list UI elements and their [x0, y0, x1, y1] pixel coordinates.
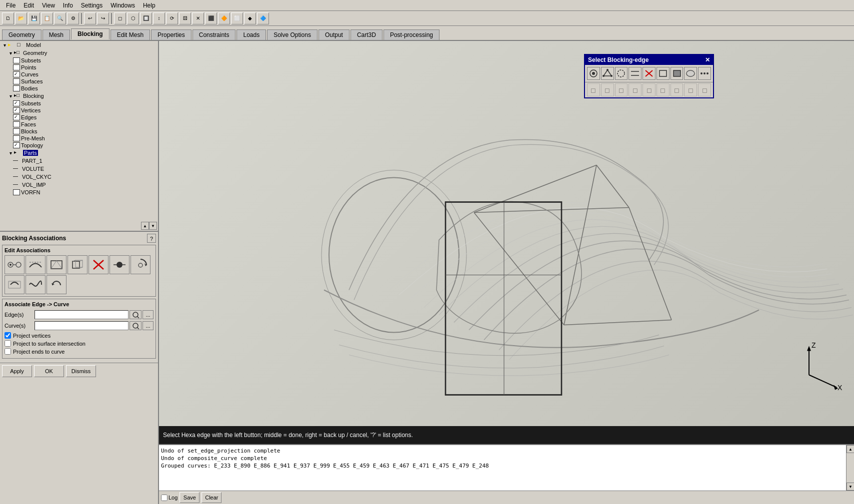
tree-blk-edges[interactable]: Edges	[0, 114, 158, 121]
tree-view[interactable]: ▾ ▸ □ Model ▾ ▸□ Geometry Subsets	[0, 41, 158, 221]
tree-scroll-down[interactable]: ▼	[149, 222, 157, 230]
dialog-btn-polygon[interactable]	[601, 67, 614, 80]
assoc-btn-7[interactable]	[4, 275, 24, 294]
expand-geometry[interactable]: ▾	[7, 50, 14, 56]
assoc-btn-4[interactable]	[88, 255, 108, 274]
tab-solveoptions[interactable]: Solve Options	[267, 29, 318, 40]
tab-blocking[interactable]: Blocking	[71, 28, 110, 40]
dialog-btn-select-all[interactable]	[587, 67, 600, 80]
curve-select-btn[interactable]	[130, 321, 142, 330]
tab-loads[interactable]: Loads	[236, 29, 266, 40]
tab-cart3d[interactable]: Cart3D	[350, 29, 382, 40]
menu-settings[interactable]: Settings	[77, 1, 106, 10]
tree-geometry[interactable]: ▾ ▸□ Geometry	[0, 49, 158, 57]
expand-parts[interactable]: ▾	[7, 150, 14, 156]
assoc-btn-0[interactable]	[4, 255, 24, 274]
toolbar-view11[interactable]: ◆	[244, 12, 256, 24]
cb-geo-bodies[interactable]	[13, 85, 20, 91]
tab-constraints[interactable]: Constraints	[192, 29, 236, 40]
toolbar-new[interactable]: 🗋	[2, 12, 14, 24]
tree-geo-points[interactable]: Points	[0, 64, 158, 71]
ok-button[interactable]: OK	[34, 365, 64, 377]
project-surface-cb[interactable]	[4, 340, 11, 347]
dismiss-button[interactable]: Dismiss	[66, 365, 96, 377]
tree-geo-surfaces[interactable]: Surfaces	[0, 78, 158, 85]
tree-parts[interactable]: ▾ ▸ Parts	[0, 149, 158, 157]
cb-blk-subsets[interactable]	[13, 100, 20, 106]
cb-geo-subsets[interactable]	[13, 57, 20, 63]
cb-blk-edges[interactable]	[13, 114, 20, 120]
console-content[interactable]: Undo of set_edge_projection complete Und…	[159, 445, 846, 491]
log-checkbox[interactable]	[161, 495, 168, 501]
dialog-btn-deselect[interactable]	[642, 67, 656, 80]
toolbar-view10[interactable]: ⬜	[231, 12, 243, 24]
menu-file[interactable]: File	[2, 1, 20, 10]
edge-input[interactable]	[34, 310, 128, 319]
toolbar-view2[interactable]: ⬡	[127, 12, 139, 24]
assoc-btn-5[interactable]	[110, 255, 130, 274]
dialog-close-btn[interactable]: ✕	[705, 56, 710, 63]
console-scroll-up[interactable]: ▲	[846, 445, 854, 453]
tree-blk-faces[interactable]: Faces	[0, 121, 158, 128]
toolbar-btn3[interactable]: ⚙	[67, 12, 79, 24]
assoc-btn-2[interactable]	[46, 255, 66, 274]
tree-geo-subsets[interactable]: Subsets	[0, 57, 158, 64]
dialog-btn-box[interactable]	[656, 67, 670, 80]
cb-blk-blocks[interactable]	[13, 128, 20, 134]
toolbar-undo[interactable]: ↩	[84, 12, 96, 24]
assoc-btn-3[interactable]	[68, 255, 88, 274]
blocking-help-btn[interactable]: ?	[147, 234, 156, 243]
cb-geo-surfaces[interactable]	[13, 78, 20, 84]
project-ends-cb[interactable]	[4, 348, 11, 355]
menu-info[interactable]: Info	[59, 1, 77, 10]
curve-input[interactable]	[34, 321, 128, 330]
clear-button[interactable]: Clear	[202, 492, 222, 503]
tab-properties[interactable]: Properties	[151, 29, 192, 40]
tree-blk-subsets[interactable]: Subsets	[0, 100, 158, 107]
tab-editmesh[interactable]: Edit Mesh	[110, 29, 150, 40]
cb-blk-vertices[interactable]	[13, 107, 20, 113]
cb-geo-points[interactable]	[13, 64, 20, 70]
cb-blk-premesh[interactable]	[13, 135, 20, 141]
toolbar-redo[interactable]: ↪	[97, 12, 109, 24]
apply-button[interactable]: Apply	[2, 365, 32, 377]
toolbar-view7[interactable]: ✕	[192, 12, 204, 24]
assoc-btn-6[interactable]	[130, 255, 150, 274]
dialog-btn-more[interactable]	[698, 67, 711, 80]
project-vertices-cb[interactable]	[4, 332, 11, 339]
tree-blk-vertices[interactable]: Vertices	[0, 107, 158, 114]
dialog-btn-parallel[interactable]	[628, 67, 642, 80]
save-button[interactable]: Save	[180, 492, 200, 503]
expand-blocking[interactable]: ▾	[7, 93, 14, 99]
tab-geometry[interactable]: Geometry	[2, 29, 42, 40]
console-scroll-down[interactable]: ▼	[846, 483, 854, 491]
edge-select-btn[interactable]	[130, 310, 142, 319]
tree-vorfn[interactable]: VORFN	[0, 189, 158, 196]
cb-blk-faces[interactable]	[13, 121, 20, 127]
menu-edit[interactable]: Edit	[20, 1, 38, 10]
menu-windows[interactable]: Windows	[106, 1, 139, 10]
tab-output[interactable]: Output	[318, 29, 350, 40]
toolbar-view3[interactable]: 🔲	[140, 12, 152, 24]
toolbar-view1[interactable]: ◻	[114, 12, 126, 24]
dialog-btn-circle[interactable]	[615, 67, 628, 80]
toolbar-btn2[interactable]: 🔍	[54, 12, 66, 24]
viewport-3d[interactable]: Z X Select Hexa edge with the left butto…	[159, 41, 854, 444]
tree-volckyc[interactable]: — VOL_CKYC	[0, 173, 158, 181]
tree-geo-curves[interactable]: Curves	[0, 71, 158, 78]
tab-postprocessing[interactable]: Post-processing	[384, 29, 440, 40]
edge-dots-btn[interactable]: ...	[142, 310, 154, 319]
toolbar-view9[interactable]: 🔶	[218, 12, 230, 24]
toolbar-view12[interactable]: 🔷	[257, 12, 269, 24]
tree-model[interactable]: ▾ ▸ □ Model	[0, 41, 158, 49]
toolbar-view8[interactable]: ⬛	[205, 12, 217, 24]
dialog-btn-entity[interactable]	[670, 67, 684, 80]
assoc-btn-1[interactable]	[26, 255, 46, 274]
tree-blocking[interactable]: ▾ ▸□ Blocking	[0, 92, 158, 100]
tree-volimp[interactable]: — VOL_IMP	[0, 181, 158, 189]
assoc-btn-8[interactable]	[26, 275, 46, 294]
toolbar-view6[interactable]: ⚄	[179, 12, 191, 24]
toolbar-btn1[interactable]: 📋	[41, 12, 53, 24]
cb-geo-curves[interactable]	[13, 71, 20, 77]
curve-dots-btn[interactable]: ...	[142, 321, 154, 330]
